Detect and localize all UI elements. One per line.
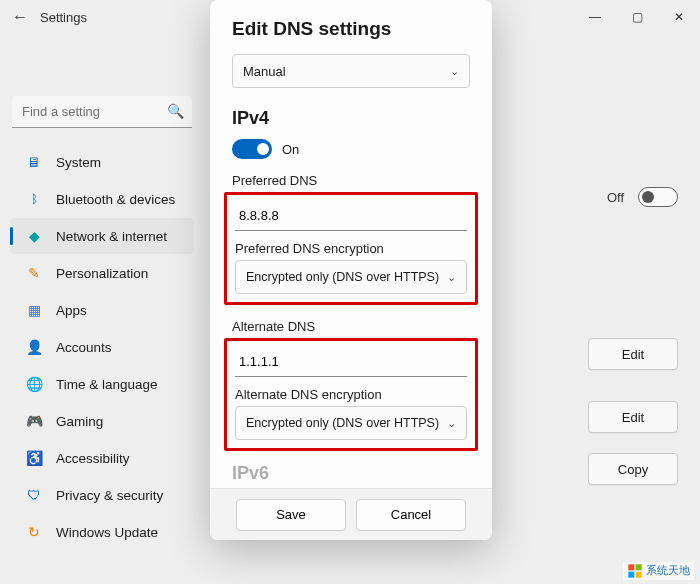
dialog-footer: Save Cancel <box>210 488 492 540</box>
cancel-button[interactable]: Cancel <box>356 499 466 531</box>
alternate-enc-dropdown[interactable]: Encrypted only (DNS over HTTPS) ⌄ <box>235 406 467 440</box>
edit-dns-dialog: Edit DNS settings Manual ⌄ IPv4 On Prefe… <box>210 0 492 540</box>
alternate-enc-label: Alternate DNS encryption <box>235 387 467 402</box>
logo-icon <box>627 563 643 579</box>
dropdown-value: Encrypted only (DNS over HTTPS) <box>246 270 439 284</box>
dns-mode-dropdown[interactable]: Manual ⌄ <box>232 54 470 88</box>
ipv4-toggle[interactable] <box>232 139 272 159</box>
chevron-down-icon: ⌄ <box>447 271 456 284</box>
dropdown-value: Manual <box>243 64 286 79</box>
svg-rect-1 <box>636 564 642 570</box>
save-button[interactable]: Save <box>236 499 346 531</box>
alternate-dns-label: Alternate DNS <box>232 319 470 334</box>
alternate-dns-input[interactable] <box>235 347 467 377</box>
toggle-label: On <box>282 142 299 157</box>
preferred-enc-label: Preferred DNS encryption <box>235 241 467 256</box>
svg-rect-2 <box>628 572 634 578</box>
ipv6-heading: IPv6 <box>232 463 470 484</box>
chevron-down-icon: ⌄ <box>447 417 456 430</box>
preferred-dns-label: Preferred DNS <box>232 173 470 188</box>
svg-rect-3 <box>636 572 642 578</box>
ipv4-heading: IPv4 <box>232 108 470 129</box>
preferred-enc-dropdown[interactable]: Encrypted only (DNS over HTTPS) ⌄ <box>235 260 467 294</box>
modal-overlay: Edit DNS settings Manual ⌄ IPv4 On Prefe… <box>0 0 700 584</box>
dialog-title: Edit DNS settings <box>232 18 470 40</box>
dropdown-value: Encrypted only (DNS over HTTPS) <box>246 416 439 430</box>
watermark: 系统天地 <box>623 562 694 580</box>
preferred-dns-highlight: Preferred DNS encryption Encrypted only … <box>224 192 478 305</box>
preferred-dns-input[interactable] <box>235 201 467 231</box>
svg-rect-0 <box>628 564 634 570</box>
chevron-down-icon: ⌄ <box>450 65 459 78</box>
alternate-dns-highlight: Alternate DNS encryption Encrypted only … <box>224 338 478 451</box>
